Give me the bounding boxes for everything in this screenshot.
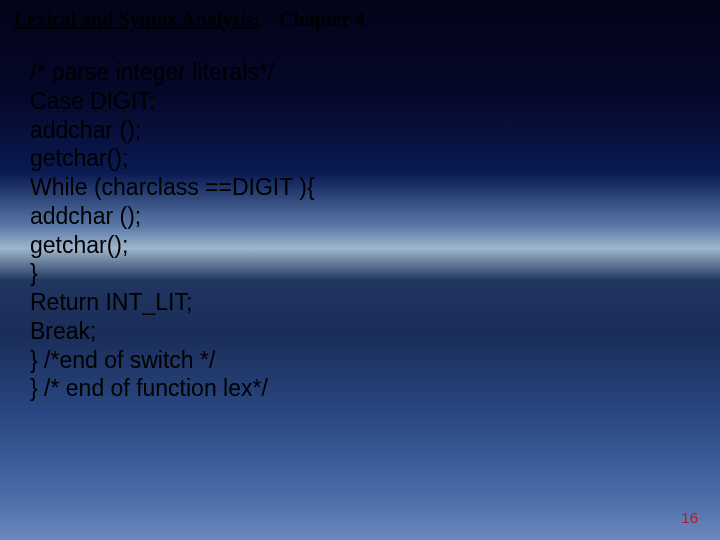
code-line: Case DIGIT: xyxy=(30,87,315,116)
code-line: getchar(); xyxy=(30,231,315,260)
slide: Lexical and Syntax Analysis: Chapter 4 /… xyxy=(0,0,720,540)
code-line: } /*end of switch */ xyxy=(30,346,315,375)
code-line: While (charclass ==DIGIT ){ xyxy=(30,173,315,202)
code-line: } /* end of function lex*/ xyxy=(30,374,315,403)
code-line: Break; xyxy=(30,317,315,346)
code-line: addchar (); xyxy=(30,202,315,231)
code-line: getchar(); xyxy=(30,144,315,173)
slide-header: Lexical and Syntax Analysis: Chapter 4 xyxy=(14,8,365,31)
chapter-label: Chapter 4 xyxy=(279,8,365,30)
section-title: Lexical and Syntax Analysis: xyxy=(14,8,260,30)
code-block: /* parse integer literals*/ Case DIGIT: … xyxy=(30,58,315,403)
code-line: Return INT_LIT; xyxy=(30,288,315,317)
code-line: /* parse integer literals*/ xyxy=(30,58,315,87)
code-line: addchar (); xyxy=(30,116,315,145)
page-number: 16 xyxy=(681,509,698,526)
code-line: } xyxy=(30,259,315,288)
